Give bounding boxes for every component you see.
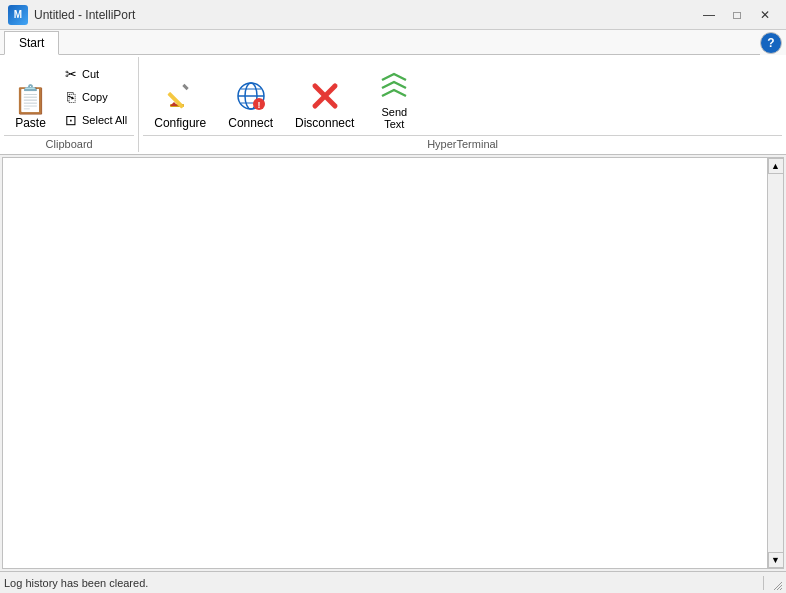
configure-button[interactable]: Configure: [143, 73, 217, 135]
send-text-button[interactable]: SendText: [365, 63, 423, 135]
status-divider: [763, 576, 764, 590]
maximize-button[interactable]: □: [724, 5, 750, 25]
hyperterminal-items: Configure !: [143, 59, 782, 135]
connect-label: Connect: [228, 116, 273, 130]
app-icon: M: [8, 5, 28, 25]
connect-button[interactable]: ! Connect: [217, 73, 284, 135]
svg-text:!: !: [257, 100, 260, 110]
resize-grip[interactable]: [768, 576, 782, 590]
paste-label: Paste: [15, 116, 46, 130]
copy-label: Copy: [82, 91, 108, 103]
paste-button[interactable]: 📋 Paste: [4, 59, 57, 135]
configure-label: Configure: [154, 116, 206, 130]
scissors-icon: ✂: [64, 66, 78, 82]
status-bar: Log history has been cleared.: [0, 571, 786, 593]
scroll-track: [768, 174, 783, 552]
cut-button[interactable]: ✂ Cut: [59, 63, 132, 85]
select-all-button[interactable]: ⊡ Select All: [59, 109, 132, 131]
clipboard-items: 📋 Paste ✂ Cut ⎘ Copy ⊡ Select All: [4, 59, 134, 135]
paste-icon: 📋: [13, 86, 48, 114]
cut-label: Cut: [82, 68, 99, 80]
ribbon-group-clipboard: 📋 Paste ✂ Cut ⎘ Copy ⊡ Select All: [0, 57, 139, 152]
scroll-down-arrow[interactable]: ▼: [768, 552, 784, 568]
minimize-button[interactable]: —: [696, 5, 722, 25]
ribbon-group-hyperterminal: Configure !: [139, 57, 786, 152]
send-text-label: SendText: [382, 106, 408, 130]
select-all-icon: ⊡: [64, 112, 78, 128]
disconnect-button[interactable]: Disconnect: [284, 73, 365, 135]
copy-button[interactable]: ⎘ Copy: [59, 86, 132, 108]
scroll-up-arrow[interactable]: ▲: [768, 158, 784, 174]
close-button[interactable]: ✕: [752, 5, 778, 25]
title-bar-controls: — □ ✕: [696, 5, 778, 25]
svg-line-15: [780, 588, 782, 590]
disconnect-icon: [307, 78, 343, 114]
title-bar: M Untitled - IntelliPort — □ ✕: [0, 0, 786, 30]
window-title: Untitled - IntelliPort: [34, 8, 135, 22]
disconnect-label: Disconnect: [295, 116, 354, 130]
send-text-icon: [376, 68, 412, 104]
ribbon-tabs-row: Start ?: [0, 30, 786, 55]
connect-icon: !: [233, 78, 269, 114]
select-all-label: Select All: [82, 114, 127, 126]
clipboard-small-buttons: ✂ Cut ⎘ Copy ⊡ Select All: [57, 59, 134, 135]
ribbon-content: 📋 Paste ✂ Cut ⎘ Copy ⊡ Select All: [0, 55, 786, 154]
configure-icon: [162, 78, 198, 114]
ribbon: Start ? 📋 Paste ✂ Cut ⎘: [0, 30, 786, 155]
copy-icon: ⎘: [64, 89, 78, 105]
clipboard-group-label: Clipboard: [4, 135, 134, 150]
tab-start[interactable]: Start: [4, 31, 59, 55]
status-text: Log history has been cleared.: [4, 577, 759, 589]
help-button[interactable]: ?: [760, 32, 782, 54]
ribbon-tabs: Start: [0, 30, 760, 55]
svg-rect-3: [183, 84, 189, 90]
terminal-input[interactable]: [3, 158, 783, 568]
main-area: ▲ ▼: [0, 155, 786, 571]
terminal-area[interactable]: ▲ ▼: [2, 157, 784, 569]
terminal-scrollbar[interactable]: ▲ ▼: [767, 158, 783, 568]
title-bar-left: M Untitled - IntelliPort: [8, 5, 135, 25]
hyperterminal-group-label: HyperTerminal: [143, 135, 782, 150]
